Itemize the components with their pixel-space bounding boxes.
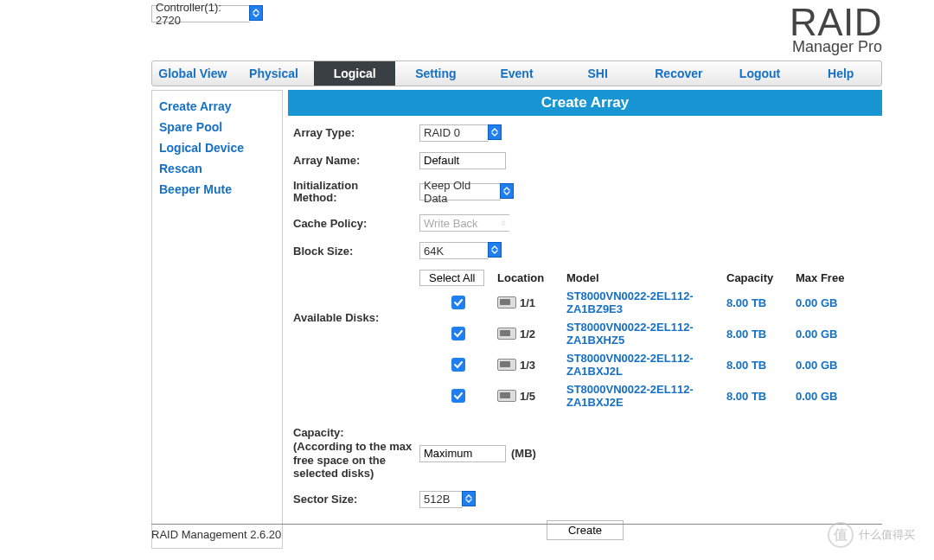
sidebar-item-logical-device[interactable]: Logical Device	[159, 137, 275, 158]
controller-select[interactable]: Controller(1): 2720	[151, 5, 263, 22]
disk-capacity: 8.00 TB	[726, 328, 796, 340]
tab-shi[interactable]: SHI	[557, 61, 638, 86]
main-tabs: Global View Physical Logical Setting Eve…	[151, 60, 882, 86]
drive-icon	[497, 328, 516, 340]
disk-location: 1/3	[520, 359, 535, 372]
label-cache-policy: Cache Policy:	[293, 217, 419, 230]
header-location: Location	[497, 271, 566, 284]
watermark: 值 什么值得买	[828, 522, 915, 548]
dropdown-arrows-icon	[488, 242, 502, 258]
disk-model[interactable]: ST8000VN0022-2EL112-ZA1BXJ2E	[566, 383, 726, 409]
capacity-input[interactable]	[419, 445, 506, 462]
header-capacity: Capacity	[726, 271, 796, 284]
tab-help[interactable]: Help	[800, 61, 881, 86]
tab-recover[interactable]: Recover	[638, 61, 720, 86]
disk-location: 1/2	[520, 328, 535, 340]
disk-row: 1/5ST8000VN0022-2EL112-ZA1BXJ2E8.00 TB0.…	[419, 383, 865, 409]
disk-checkbox[interactable]	[451, 296, 465, 309]
panel-title: Create Array	[288, 90, 882, 116]
tab-event[interactable]: Event	[477, 61, 558, 86]
sidebar-item-create-array[interactable]: Create Array	[159, 96, 275, 117]
drive-icon	[497, 390, 516, 402]
label-capacity: Capacity: (According to the max free spa…	[293, 426, 419, 480]
disk-maxfree: 0.00 GB	[796, 359, 865, 372]
disk-maxfree: 0.00 GB	[796, 328, 865, 340]
sidebar-item-beeper-mute[interactable]: Beeper Mute	[159, 179, 275, 200]
disk-location: 1/1	[520, 296, 535, 309]
tab-physical[interactable]: Physical	[234, 61, 315, 86]
disk-model[interactable]: ST8000VN0022-2EL112-ZA1BXHZ5	[566, 321, 726, 347]
dropdown-arrows-icon	[249, 5, 263, 21]
cache-policy-select: Write Back	[419, 214, 509, 232]
label-array-name: Array Name:	[293, 154, 419, 167]
drive-icon	[497, 359, 516, 371]
label-available-disks: Available Disks:	[293, 311, 419, 324]
label-init-method: InitializationMethod:	[293, 180, 419, 205]
disk-capacity: 8.00 TB	[726, 390, 796, 403]
dropdown-arrows-icon	[488, 124, 502, 140]
label-block-size: Block Size:	[293, 245, 353, 258]
tab-global-view[interactable]: Global View	[152, 61, 234, 86]
header-model: Model	[566, 271, 726, 284]
sidebar-item-rescan[interactable]: Rescan	[159, 158, 275, 179]
dropdown-arrows-icon	[500, 183, 514, 199]
drive-icon	[497, 296, 516, 309]
init-method-select[interactable]: Keep Old Data	[419, 183, 514, 200]
disk-row: 1/2ST8000VN0022-2EL112-ZA1BXHZ58.00 TB0.…	[419, 321, 865, 347]
sidebar: Create Array Spare Pool Logical Device R…	[151, 90, 283, 549]
disk-model[interactable]: ST8000VN0022-2EL112-ZA1BZ9E3	[566, 290, 726, 315]
array-name-input[interactable]	[419, 152, 506, 169]
select-all-button[interactable]: Select All	[419, 270, 484, 286]
dropdown-arrows-icon	[462, 491, 476, 506]
disk-row: 1/1ST8000VN0022-2EL112-ZA1BZ9E38.00 TB0.…	[419, 290, 865, 315]
disk-row: 1/3ST8000VN0022-2EL112-ZA1BXJ2L8.00 TB0.…	[419, 352, 865, 378]
disk-capacity: 8.00 TB	[726, 359, 796, 372]
disk-checkbox[interactable]	[451, 327, 465, 340]
disk-maxfree: 0.00 GB	[796, 390, 865, 403]
disk-maxfree: 0.00 GB	[796, 296, 865, 309]
sidebar-item-spare-pool[interactable]: Spare Pool	[159, 117, 275, 137]
disk-model[interactable]: ST8000VN0022-2EL112-ZA1BXJ2L	[566, 352, 726, 378]
header-maxfree: Max Free	[796, 271, 865, 284]
tab-logical[interactable]: Logical	[314, 61, 395, 86]
disk-location: 1/5	[520, 390, 535, 403]
logo: RAID Manager Pro	[790, 5, 882, 54]
disk-checkbox[interactable]	[451, 358, 465, 372]
tab-setting[interactable]: Setting	[395, 61, 477, 86]
array-type-select[interactable]: RAID 0	[419, 124, 502, 142]
disk-checkbox[interactable]	[451, 389, 465, 403]
disk-capacity: 8.00 TB	[726, 296, 796, 309]
label-sector-size: Sector Size:	[293, 493, 419, 506]
label-array-type: Array Type:	[293, 126, 419, 139]
dropdown-arrows-icon	[497, 214, 509, 232]
capacity-unit: (MB)	[511, 447, 536, 460]
tab-logout[interactable]: Logout	[720, 61, 801, 86]
footer-text: RAID Management 2.6.20	[151, 524, 882, 541]
sector-size-select[interactable]: 512B	[419, 491, 476, 508]
block-size-select[interactable]: 64K	[419, 242, 502, 259]
